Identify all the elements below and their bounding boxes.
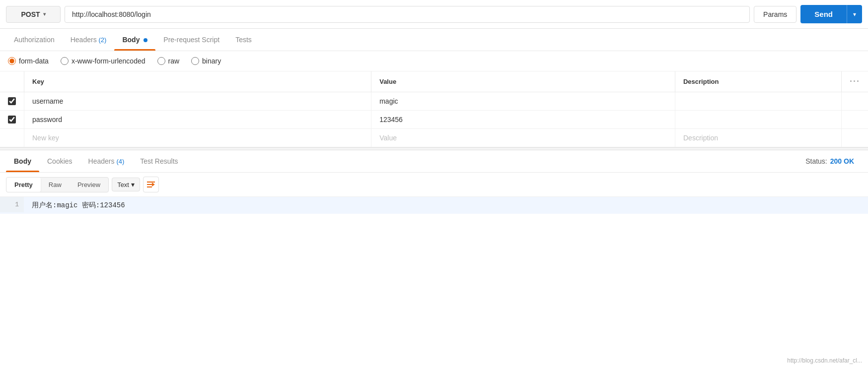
- method-label: POST: [21, 10, 40, 18]
- type-selector[interactable]: Text ▾: [112, 178, 140, 191]
- response-tabs-bar: Body Cookies Headers (4) Test Results St…: [0, 150, 868, 173]
- request-tabs: Authorization Headers (2) Body Pre-reque…: [0, 29, 868, 51]
- radio-urlencoded-input[interactable]: [61, 57, 69, 65]
- method-selector[interactable]: POST ▾: [6, 6, 61, 23]
- tab-pre-request-script[interactable]: Pre-request Script: [155, 29, 227, 51]
- table-row: password 123456: [0, 111, 868, 129]
- format-group: Pretty Raw Preview: [6, 177, 109, 192]
- tab-authorization[interactable]: Authorization: [6, 29, 63, 51]
- headers-badge: (2): [99, 36, 107, 44]
- row1-checkbox[interactable]: [8, 97, 16, 105]
- send-dropdown-button[interactable]: ▾: [847, 5, 862, 23]
- radio-form-data-input[interactable]: [8, 57, 16, 65]
- res-headers-badge: (4): [116, 158, 124, 165]
- row2-actions-cell: [841, 111, 868, 129]
- wrap-button[interactable]: [143, 177, 159, 192]
- send-button[interactable]: Send: [800, 5, 847, 23]
- placeholder-check-cell: [0, 129, 24, 147]
- type-chevron: ▾: [131, 181, 135, 188]
- response-content: 1 用户名:magic 密码:123456: [0, 197, 868, 214]
- radio-binary-input[interactable]: [191, 57, 199, 65]
- placeholder-desc-cell[interactable]: Description: [675, 129, 841, 147]
- params-button[interactable]: Params: [754, 6, 796, 23]
- row1-key-cell: username: [24, 92, 371, 111]
- radio-form-data[interactable]: form-data: [8, 57, 49, 65]
- more-actions-icon[interactable]: ···: [850, 76, 860, 86]
- format-pretty[interactable]: Pretty: [6, 178, 41, 192]
- form-table: Key Value Description ··· username magic: [0, 71, 868, 147]
- body-dot: [144, 38, 147, 42]
- wrap-icon: [146, 180, 156, 189]
- res-tab-cookies[interactable]: Cookies: [39, 150, 80, 172]
- tab-headers[interactable]: Headers (2): [63, 29, 115, 51]
- send-btn-group: Send ▾: [800, 5, 862, 23]
- res-tab-body[interactable]: Body: [6, 150, 39, 172]
- row2-value-cell: 123456: [371, 111, 675, 129]
- format-raw[interactable]: Raw: [41, 178, 70, 192]
- tab-body[interactable]: Body: [114, 29, 155, 51]
- row1-check-cell: [0, 92, 24, 111]
- table-header-actions: ···: [841, 71, 868, 92]
- status-area: Status: 200 OK: [805, 157, 862, 165]
- line-text-1: 用户名:magic 密码:123456: [24, 197, 868, 214]
- top-bar: POST ▾ Params Send ▾: [0, 0, 868, 29]
- res-tab-headers[interactable]: Headers (4): [80, 150, 133, 172]
- line-number-1: 1: [0, 197, 24, 212]
- table-header-description: Description: [675, 71, 841, 92]
- res-line-1: 1 用户名:magic 密码:123456: [0, 197, 868, 214]
- radio-raw-input[interactable]: [157, 57, 165, 65]
- table-row: username magic: [0, 92, 868, 111]
- method-chevron: ▾: [43, 11, 46, 17]
- row1-desc-cell: [675, 92, 841, 111]
- table-header-check: [0, 71, 24, 92]
- placeholder-key-cell[interactable]: New key: [24, 129, 371, 147]
- placeholder-actions-cell: [841, 129, 868, 147]
- radio-raw[interactable]: raw: [157, 57, 180, 65]
- res-tab-test-results[interactable]: Test Results: [132, 150, 186, 172]
- table-header-value: Value: [371, 71, 675, 92]
- row2-key-cell: password: [24, 111, 371, 129]
- status-label: Status:: [805, 157, 827, 165]
- row2-check-cell: [0, 111, 24, 129]
- table-header-key: Key: [24, 71, 371, 92]
- table-placeholder-row: New key Value Description: [0, 129, 868, 147]
- format-preview[interactable]: Preview: [70, 178, 108, 192]
- placeholder-value-cell[interactable]: Value: [371, 129, 675, 147]
- radio-binary[interactable]: binary: [191, 57, 221, 65]
- body-types: form-data x-www-form-urlencoded raw bina…: [0, 51, 868, 71]
- status-value: 200 OK: [830, 157, 854, 165]
- row1-value-cell: magic: [371, 92, 675, 111]
- type-label: Text: [117, 181, 129, 188]
- response-toolbar: Pretty Raw Preview Text ▾: [0, 173, 868, 197]
- row2-desc-cell: [675, 111, 841, 129]
- row1-actions-cell: [841, 92, 868, 111]
- radio-urlencoded[interactable]: x-www-form-urlencoded: [61, 57, 145, 65]
- row2-checkbox[interactable]: [8, 116, 16, 123]
- tab-tests[interactable]: Tests: [227, 29, 260, 51]
- url-input[interactable]: [65, 6, 750, 23]
